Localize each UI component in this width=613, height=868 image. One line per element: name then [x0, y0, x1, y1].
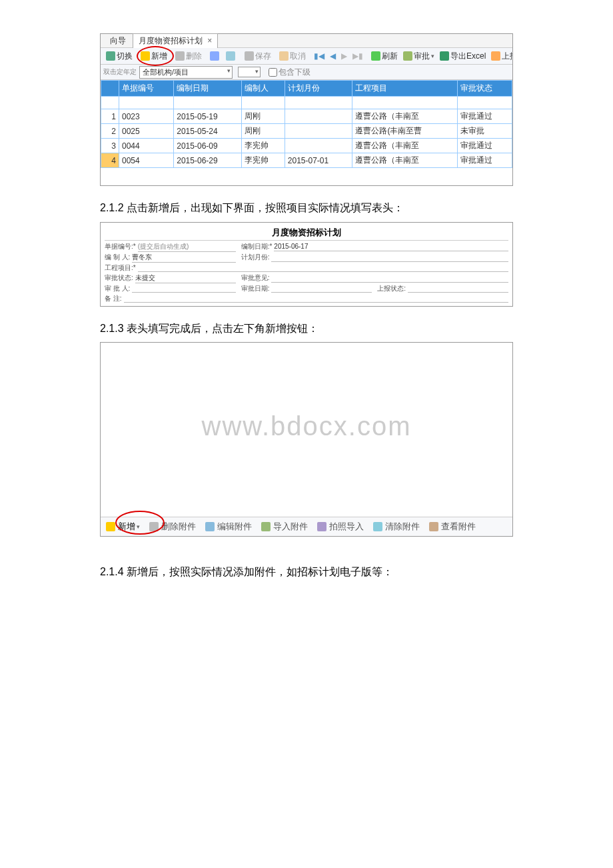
delete-icon [175, 51, 185, 61]
section-214-text: 2.1.4 新增后，按照实际情况添加附件，如招标计划电子版等： [100, 563, 513, 581]
import-attach-icon [261, 522, 271, 531]
approve-icon [403, 51, 412, 61]
excel-icon [440, 51, 449, 61]
view-attach-icon [429, 522, 438, 531]
table-row[interactable]: 200252015-05-24周刚遵曹公路(丰南至曹未审批 [101, 124, 512, 139]
attachment-toolbar: 新增▾ 删除附件 编辑附件 导入附件 拍照导入 清除附件 查看附件 [101, 517, 512, 536]
compile-date-field[interactable]: 2015-06-17 [274, 243, 508, 251]
filter-bar: 双击定年定 全部机构/项目 包含下级 [101, 65, 512, 80]
approve-status-label: 审批状态: [105, 273, 133, 283]
nav-prev-button[interactable]: ◀ [327, 51, 338, 61]
report-status-label: 上报状态: [377, 284, 406, 293]
report-button[interactable]: 上报▾ [488, 51, 512, 62]
approve-date-label: 审批日期: [241, 284, 270, 293]
photo-icon [317, 522, 326, 531]
tab-label: 月度物资招标计划 [139, 36, 203, 45]
plan-month-label: 计划月份: [241, 253, 270, 262]
table-row[interactable]: 400542015-06-29李宪帅2015-07-01遵曹公路（丰南至审批通过 [101, 153, 512, 168]
add-button[interactable]: 新增 [138, 51, 170, 62]
delete-button[interactable]: 删除 [173, 51, 205, 62]
export-excel-button[interactable]: 导出Excel [437, 51, 488, 62]
approve-opinion-field[interactable] [271, 274, 508, 283]
table-row[interactable]: 100232015-05-19周刚遵曹公路（丰南至审批通过 [101, 109, 512, 124]
table-row[interactable]: 300442015-06-09李宪帅遵曹公路（丰南至审批通过 [101, 139, 512, 153]
report-status-field [408, 284, 508, 293]
approve-status-field: 未提交 [135, 273, 236, 283]
col-doc-no[interactable]: 单据编号 [119, 81, 174, 97]
redo-button[interactable] [223, 51, 239, 61]
org-dropdown[interactable]: 全部机构/项目 [139, 66, 233, 79]
report-icon [491, 51, 500, 61]
approver-label: 审 批 人: [105, 284, 130, 293]
photo-import-button[interactable]: 拍照导入 [317, 521, 364, 533]
col-plan-month[interactable]: 计划月份 [285, 81, 352, 97]
tab-wizard[interactable]: 向导 [105, 34, 131, 48]
data-table: 单据编号 编制日期 编制人 计划月份 工程项目 审批状态 100232015-0… [101, 80, 512, 168]
section-213-text: 2.1.3 表头填写完成后，点击左下角新增按钮： [100, 320, 513, 337]
remark-label: 备 注: [105, 294, 122, 303]
col-compile-date[interactable]: 编制日期 [174, 81, 242, 97]
add-attachment-button[interactable]: 新增▾ [106, 521, 140, 533]
undo-button[interactable] [207, 51, 223, 61]
col-compiler[interactable]: 编制人 [241, 81, 285, 97]
close-icon[interactable]: × [207, 36, 212, 45]
form-title: 月度物资招标计划 [105, 225, 508, 241]
tab-monthly-plan[interactable]: 月度物资招标计划 × [133, 33, 218, 48]
project-field[interactable] [138, 263, 508, 272]
approve-button[interactable]: 审批▾ [400, 51, 437, 62]
switch-button[interactable]: 切换 [103, 51, 135, 62]
clear-attach-icon [373, 522, 382, 531]
save-button[interactable]: 保存 [242, 51, 274, 62]
col-project[interactable]: 工程项目 [352, 81, 457, 97]
nav-next-button[interactable]: ▶ [338, 51, 350, 61]
doc-no-label: 单据编号:* [105, 242, 136, 251]
delete-attachment-button[interactable]: 删除附件 [149, 521, 196, 533]
nav-last-button[interactable]: ▶▮ [350, 51, 366, 61]
approve-date-field[interactable] [271, 284, 372, 293]
filter-row[interactable] [101, 97, 512, 109]
plan-month-field[interactable] [271, 253, 508, 262]
edit-attachment-button[interactable]: 编辑附件 [205, 521, 252, 533]
empty-dropdown[interactable] [238, 67, 261, 77]
watermark-text: www.bdocx.com [202, 411, 412, 441]
col-rownum [101, 81, 119, 97]
compile-date-label: 编制日期:* [241, 242, 273, 251]
screenshot-attachment-area: www.bdocx.com 新增▾ 删除附件 编辑附件 导入附件 拍照导入 清除… [100, 342, 513, 537]
tab-bar: 向导 月度物资招标计划 × [101, 34, 512, 48]
filter-prefix: 双击定年定 [103, 67, 137, 77]
import-attachment-button[interactable]: 导入附件 [261, 521, 308, 533]
screenshot-form-header: 月度物资招标计划 单据编号:*(提交后自动生成) 编制日期:*2015-06-1… [100, 222, 513, 307]
add-icon [106, 522, 115, 531]
remark-field[interactable] [124, 294, 508, 303]
screenshot-list-view: 向导 月度物资招标计划 × 切换 新增 删除 保存 取消 ▮◀ ◀ ▶ ▶▮ 刷… [100, 33, 513, 186]
save-icon [245, 51, 254, 61]
col-status[interactable]: 审批状态 [457, 81, 512, 97]
cancel-button[interactable]: 取消 [277, 51, 308, 62]
include-sub-checkbox[interactable]: 包含下级 [266, 66, 310, 79]
view-attachment-button[interactable]: 查看附件 [429, 521, 476, 533]
doc-no-field[interactable]: (提交后自动生成) [138, 242, 236, 252]
undo-icon [210, 51, 219, 61]
cancel-icon [279, 51, 289, 61]
refresh-icon [371, 51, 380, 61]
redo-icon [226, 51, 235, 61]
compiler-label: 编 制 人: [105, 253, 130, 262]
approver-field[interactable] [132, 284, 235, 293]
nav-first-button[interactable]: ▮◀ [311, 51, 327, 61]
compiler-field[interactable]: 曹冬东 [132, 253, 235, 263]
edit-attach-icon [205, 522, 215, 531]
delete-attach-icon [149, 522, 159, 531]
refresh-button[interactable]: 刷新 [368, 51, 400, 62]
main-toolbar: 切换 新增 删除 保存 取消 ▮◀ ◀ ▶ ▶▮ 刷新 审批▾ 导出Excel … [101, 48, 512, 65]
clear-attachment-button[interactable]: 清除附件 [373, 521, 420, 533]
section-212-text: 2.1.2 点击新增后，出现如下界面，按照项目实际情况填写表头： [100, 199, 513, 217]
approve-opinion-label: 审批意见: [241, 273, 270, 283]
project-label: 工程项目:* [105, 263, 136, 273]
add-icon [141, 51, 150, 61]
switch-icon [106, 51, 115, 61]
